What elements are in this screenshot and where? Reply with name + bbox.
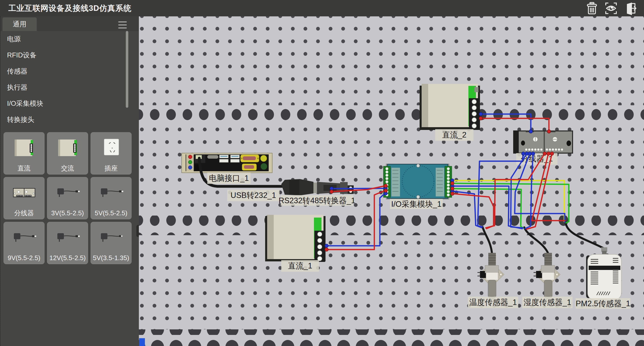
menu-item-power[interactable]: 电源 [1, 31, 139, 47]
svg-text:直流_2: 直流_2 [442, 130, 466, 139]
tile-adapter-5v-small[interactable]: 5V(3.5-1.35) [91, 222, 132, 264]
label-dc1: 直流_1 [281, 260, 319, 272]
adapter-thumbnail-icon [47, 222, 88, 253]
label-hum: 湿度传感器_1 [522, 297, 573, 308]
hamburger-menu-icon[interactable] [118, 21, 127, 28]
tile-label: 分线器 [14, 209, 34, 218]
adapter-thumbnail-icon [47, 177, 88, 209]
blue-marker [139, 338, 145, 346]
tab-general[interactable]: 通用 [3, 17, 37, 31]
tile-adapter-5v[interactable]: 5V(5.5-2.5) [91, 177, 132, 219]
tile-ac-power[interactable]: 交流 [47, 132, 88, 175]
tile-adapter-12v[interactable]: 12V(5.5-2.5) [47, 222, 88, 264]
app-title: 工业互联网设备及接线3D仿真系统 [8, 3, 132, 14]
svg-text:湿度传感器_1: 湿度传感器_1 [524, 298, 571, 307]
menu-item-adapter[interactable]: 转换接头 [1, 112, 139, 128]
psu-thumbnail-icon [4, 132, 44, 164]
sidebar-tab-row: 通用 [1, 16, 139, 31]
tile-dc-power[interactable]: 直流 [4, 132, 45, 175]
label-pm25: PM2.5传感器_1 [576, 298, 630, 309]
tile-adapter-3v[interactable]: 3V(5.5-2.5) [47, 177, 88, 219]
device-dc-power-1[interactable] [265, 215, 326, 262]
label-usb232: USB转232_1 [227, 190, 279, 201]
menu-item-rfid[interactable]: RFID设备 [1, 47, 139, 63]
tile-socket[interactable]: 插座 [91, 132, 132, 175]
menu-item-sensor[interactable]: 传感器 [1, 63, 139, 79]
label-io1: I/O采集模块_1 [390, 199, 443, 209]
device-pc-interface-1[interactable] [182, 153, 272, 173]
label-temp: 温度传感器_1 [468, 297, 518, 308]
svg-text:电脑接口_1: 电脑接口_1 [209, 174, 249, 183]
simulation-canvas[interactable]: 直流_2 分线器_1 电脑接口_1 USB转232_1 RS232转485转换器… [139, 16, 644, 346]
svg-text:直流_1: 直流_1 [288, 261, 312, 270]
component-sidebar: 通用 电源 RFID设备 传感器 执行器 I/O采集模块 转换接头 直流 [0, 16, 139, 346]
svg-text:I/O采集模块_1: I/O采集模块_1 [391, 200, 441, 209]
menu-item-io-module[interactable]: I/O采集模块 [1, 95, 139, 112]
label-dc2: 直流_2 [435, 129, 473, 141]
view-focus-icon[interactable] [604, 2, 618, 15]
psu-thumbnail-icon [47, 132, 88, 164]
exit-icon[interactable] [623, 2, 637, 15]
big-dot-row-1 [139, 105, 644, 122]
svg-text:PM2.5传感器_1: PM2.5传感器_1 [576, 299, 630, 308]
device-dc-power-2[interactable] [420, 84, 480, 130]
menu-scrollbar[interactable] [126, 31, 128, 108]
device-splitter-1[interactable] [513, 130, 573, 154]
tile-label: 3V(5.5-2.5) [51, 209, 84, 218]
adapter-thumbnail-icon [4, 222, 44, 253]
tile-adapter-9v[interactable]: 9V(5.5-2.5) [4, 222, 45, 264]
device-io-module-1[interactable] [383, 164, 452, 199]
category-menu: 电源 RFID设备 传感器 执行器 I/O采集模块 转换接头 [1, 31, 139, 128]
tile-label: 9V(5.5-2.5) [8, 253, 40, 262]
adapter-thumbnail-icon [91, 177, 131, 209]
tile-label: 5V(3.5-1.35) [93, 253, 129, 262]
socket-thumbnail-icon [91, 132, 131, 164]
big-dot-row-3 [139, 329, 644, 346]
menu-item-actuator[interactable]: 执行器 [1, 79, 139, 95]
svg-text:RS232转485转换器_1: RS232转485转换器_1 [279, 196, 355, 205]
tile-label: 直流 [18, 164, 31, 173]
tile-label: 交流 [61, 164, 74, 173]
label-rs232485: RS232转485转换器_1 [279, 195, 355, 206]
label-pc1: 电脑接口_1 [207, 173, 251, 184]
svg-text:USB转232_1: USB转232_1 [231, 191, 276, 200]
component-tile-grid: 直流 交流 [4, 132, 132, 264]
toolbar [585, 2, 637, 15]
tile-label: 12V(5.5-2.5) [49, 253, 86, 262]
delete-icon[interactable] [585, 2, 599, 15]
adapter-thumbnail-icon [91, 222, 131, 253]
tile-label: 插座 [105, 164, 118, 173]
title-bar: 工业互联网设备及接线3D仿真系统 [0, 0, 644, 16]
splitter-thumbnail-icon [4, 177, 44, 209]
tile-label: 5V(5.5-2.5) [95, 209, 127, 218]
tile-splitter[interactable]: 分线器 [4, 177, 45, 219]
svg-text:温度传感器_1: 温度传感器_1 [469, 298, 517, 307]
wire-blue-rs485-to-io[interactable] [331, 188, 385, 189]
